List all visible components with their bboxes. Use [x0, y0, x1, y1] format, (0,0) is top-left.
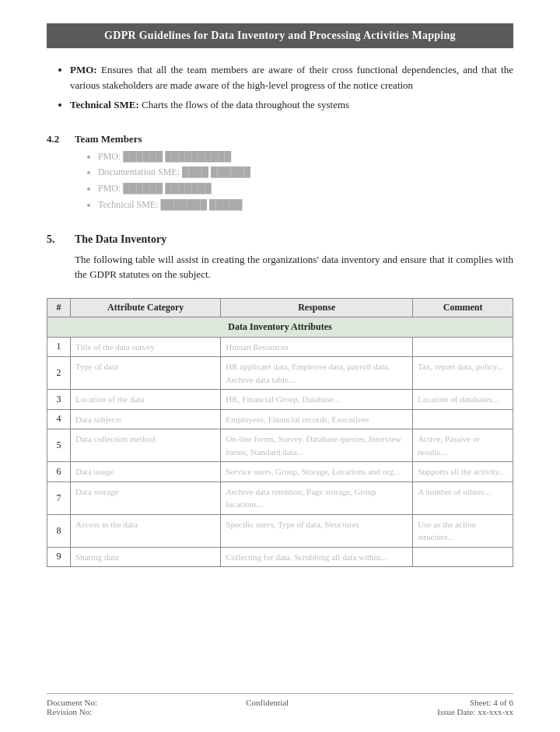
row-3-attr: Location of the data	[71, 390, 221, 410]
row-num-5: 5	[47, 429, 71, 462]
row-1-comment	[413, 337, 513, 357]
col-hash-header: #	[47, 298, 71, 317]
row-8-comment: Use as the action structure...	[413, 514, 513, 547]
header-title: GDPR Guidelines for Data Inventory and P…	[104, 30, 456, 41]
row-2-resp: HR applicant data, Employee data, payrol…	[221, 357, 413, 390]
row-6-attr: Data usage	[71, 462, 221, 482]
row-5-comment: Active, Passive or results...	[413, 429, 513, 462]
row-5-attr: Data collection method	[71, 429, 221, 462]
group-header-cell: Data Inventory Attributes	[47, 317, 513, 337]
row-num-1: 1	[47, 337, 71, 357]
row-1-resp: Human Resources	[221, 337, 413, 357]
section-5-title: The Data Inventory	[75, 233, 166, 246]
bullet-pmo-text: Ensures that all the team members are aw…	[70, 64, 513, 91]
row-1-attr: Title of the data survey	[71, 337, 221, 357]
table-row: 7 Data storage Archive data retention, P…	[47, 482, 513, 514]
row-7-attr: Data storage	[71, 482, 221, 514]
row-9-attr: Sharing data	[71, 547, 221, 567]
row-5-resp: On-line forms, Survey, Database queries,…	[221, 429, 413, 462]
bullet-pmo: PMO: Ensures that all the team members a…	[70, 62, 513, 93]
footer-confidential: Confidential	[246, 698, 289, 707]
bullet-sme-label: Technical SME:	[70, 99, 139, 110]
col-resp-header: Response	[221, 298, 413, 317]
section-42-num: 4.2	[47, 133, 75, 145]
page: GDPR Guidelines for Data Inventory and P…	[0, 0, 560, 732]
footer-center: Confidential	[246, 698, 289, 716]
table-row: 8 Access to the data Specific users, Typ…	[47, 514, 513, 547]
table-row: 6 Data usage Service users, Group, Stora…	[47, 462, 513, 482]
row-7-comment: A number of others...	[413, 482, 513, 514]
footer-left: Document No: Revision No:	[47, 698, 97, 716]
team-member-1: PMO: ██████ ██████████	[98, 150, 513, 163]
header-bar: GDPR Guidelines for Data Inventory and P…	[47, 23, 513, 48]
row-2-attr: Type of data	[71, 357, 221, 390]
table-row: 9 Sharing data Collecting for data, Scru…	[47, 547, 513, 567]
row-7-resp: Archive data retention, Page storage, Gr…	[221, 482, 413, 514]
row-9-comment	[413, 547, 513, 567]
section-5-heading: 5. The Data Inventory	[47, 233, 513, 246]
table-row: 1 Title of the data survey Human Resourc…	[47, 337, 513, 357]
team-member-2: Documentation SME: ████ ██████	[98, 166, 513, 179]
footer-rev-no: Revision No:	[47, 707, 97, 716]
col-attr-header: Attribute Category	[71, 298, 221, 317]
row-8-resp: Specific users, Type of data, Structures	[221, 514, 413, 547]
footer-doc-no: Document No:	[47, 698, 97, 707]
section-5-body: The following table will assist in creat…	[75, 252, 513, 282]
group-header-row: Data Inventory Attributes	[47, 317, 513, 337]
footer-issue-date: Issue Date: xx-xxx-xx	[437, 707, 513, 716]
row-3-comment: Location of databases...	[413, 390, 513, 410]
row-2-comment: Tax, report data, policy...	[413, 357, 513, 390]
row-num-9: 9	[47, 547, 71, 567]
table-row: 4 Data subjects Employees, Financial rec…	[47, 409, 513, 429]
page-footer: Document No: Revision No: Confidential S…	[47, 693, 513, 716]
row-4-attr: Data subjects	[71, 409, 221, 429]
row-4-resp: Employees, Financial records, Executives	[221, 409, 413, 429]
bullet-sme: Technical SME: Charts the flows of the d…	[70, 97, 513, 113]
bullet-pmo-label: PMO:	[70, 64, 97, 75]
row-num-6: 6	[47, 462, 71, 482]
data-inventory-table: # Attribute Category Response Comment Da…	[47, 298, 513, 568]
col-comment-header: Comment	[413, 298, 513, 317]
team-member-4: Technical SME: ███████ █████	[98, 198, 513, 212]
team-members-list: PMO: ██████ ██████████ Documentation SME…	[98, 150, 513, 215]
team-member-3: PMO: ██████ ███████	[98, 182, 513, 195]
row-3-resp: HR, Financial Group, Database...	[221, 390, 413, 410]
footer-right: Sheet: 4 of 6 Issue Date: xx-xxx-xx	[437, 698, 513, 716]
bullet-list: PMO: Ensures that all the team members a…	[70, 62, 513, 117]
table-row: 3 Location of the data HR, Financial Gro…	[47, 390, 513, 410]
row-9-resp: Collecting for data, Scrubbing all data …	[221, 547, 413, 567]
section-5-num: 5.	[47, 233, 75, 246]
table-row: 2 Type of data HR applicant data, Employ…	[47, 357, 513, 390]
table-row: 5 Data collection method On-line forms, …	[47, 429, 513, 462]
row-num-2: 2	[47, 357, 71, 390]
section-42-title: Team Members	[75, 133, 142, 145]
row-8-attr: Access to the data	[71, 514, 221, 547]
bullet-sme-text: Charts the flows of the data throughout …	[142, 99, 349, 110]
footer-sheet: Sheet: 4 of 6	[437, 698, 513, 707]
table-header-row: # Attribute Category Response Comment	[47, 298, 513, 317]
row-6-resp: Service users, Group, Storage, Locations…	[221, 462, 413, 482]
row-6-comment: Supports all the activity...	[413, 462, 513, 482]
row-num-3: 3	[47, 390, 71, 410]
row-num-7: 7	[47, 482, 71, 514]
row-4-comment	[413, 409, 513, 429]
row-num-4: 4	[47, 409, 71, 429]
row-num-8: 8	[47, 514, 71, 547]
section-42-heading: 4.2 Team Members	[47, 133, 513, 145]
